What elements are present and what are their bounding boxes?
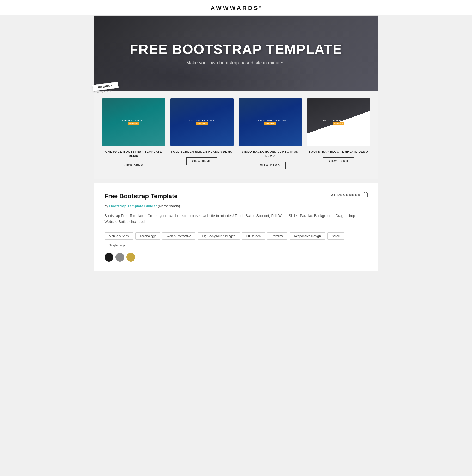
colors-row xyxy=(105,253,368,262)
info-section: Free Bootstrap Template 21 DECEMBER by B… xyxy=(94,183,378,271)
demo-name-2: FULL SCREEN SLIDER HEADER DEMO xyxy=(171,150,233,154)
view-demo-button-1[interactable]: VIEW DEMO xyxy=(118,162,149,169)
demo-thumbnail-1: MOBIRISE TEMPLATE VIEW DEMO xyxy=(102,98,165,146)
tag-5[interactable]: Parallax xyxy=(267,232,287,240)
site-logo: AWWWARDS® xyxy=(0,5,472,11)
demo-name-1: ONE PAGE BOOTSTRAP TEMPLATE DEMO xyxy=(102,150,165,158)
color-swatch-gray[interactable] xyxy=(115,253,124,262)
author-suffix: (Netherlands) xyxy=(158,204,180,208)
tag-3[interactable]: Big Background Images xyxy=(198,232,240,240)
nominee-badge: NOMINEE VOTE FOR US! xyxy=(92,83,118,92)
tag-4[interactable]: Fullscreen xyxy=(242,232,265,240)
demo-item-4: BOOTSTRAP BLOG TEMPLATE VIEW DEMO BOOTST… xyxy=(304,98,373,175)
preview-section: FREE BOOTSTRAP TEMPLATE Make your own bo… xyxy=(94,15,378,179)
demo-item-3: FREE BOOTSTRAP TEMPLATE VIEW DEMO VIDEO … xyxy=(236,98,304,175)
tag-7[interactable]: Scroll xyxy=(327,232,344,240)
color-swatch-black[interactable] xyxy=(105,253,113,262)
color-swatch-gold[interactable] xyxy=(126,253,135,262)
demo-thumbnail-2: FULL SCREEN SLIDER VIEW DEMO xyxy=(170,98,234,146)
site-header: AWWWARDS® xyxy=(0,0,472,15)
nominee-text: NOMINEE xyxy=(98,84,113,89)
tag-8[interactable]: Single page xyxy=(105,242,130,249)
thumb-label-2: FULL SCREEN SLIDER xyxy=(189,119,214,121)
main-container: FREE BOOTSTRAP TEMPLATE Make your own bo… xyxy=(94,15,378,281)
hero-subtitle: Make your own bootstrap-based site in mi… xyxy=(186,60,286,66)
author-line: by Bootstrap Template Builder (Netherlan… xyxy=(105,204,368,208)
thumb-btn-3: VIEW DEMO xyxy=(264,122,276,125)
tag-1[interactable]: Technology xyxy=(135,232,160,240)
demo-thumbnail-4: BOOTSTRAP BLOG TEMPLATE VIEW DEMO xyxy=(307,98,370,146)
description: Bootstrap Free Template - Create your ow… xyxy=(105,213,368,225)
thumb-label-1: MOBIRISE TEMPLATE xyxy=(122,119,145,121)
tag-6[interactable]: Responsive Design xyxy=(290,232,325,240)
date-info: 21 DECEMBER xyxy=(331,193,367,197)
thumb-btn-2: VIEW DEMO xyxy=(196,122,208,125)
demo-item-2: FULL SCREEN SLIDER VIEW DEMO FULL SCREEN… xyxy=(168,98,236,175)
logo-text: AWWWARDS xyxy=(211,5,259,11)
site-title: Free Bootstrap Template xyxy=(105,193,178,200)
thumb-label-3: FREE BOOTSTRAP TEMPLATE xyxy=(254,119,287,121)
demo-name-3: VIDEO BACKGROUND JUMBOTRON DEMO xyxy=(239,150,302,158)
tag-2[interactable]: Web & Interactive xyxy=(162,232,196,240)
view-demo-button-4[interactable]: VIEW DEMO xyxy=(323,157,354,165)
date-text: 21 DECEMBER xyxy=(331,193,361,197)
logo-suffix: ® xyxy=(259,5,261,8)
hero-title: FREE BOOTSTRAP TEMPLATE xyxy=(130,41,342,57)
view-demo-button-2[interactable]: VIEW DEMO xyxy=(186,157,217,165)
view-demo-button-3[interactable]: VIEW DEMO xyxy=(255,162,285,169)
tag-0[interactable]: Mobile & Apps xyxy=(105,232,133,240)
demo-thumbnail-3: FREE BOOTSTRAP TEMPLATE VIEW DEMO xyxy=(239,98,302,146)
info-header: Free Bootstrap Template 21 DECEMBER xyxy=(105,193,368,200)
hero-banner: FREE BOOTSTRAP TEMPLATE Make your own bo… xyxy=(94,16,378,91)
thumb-btn-4: VIEW DEMO xyxy=(333,122,345,125)
demo-name-4: BOOTSTRAP BLOG TEMPLATE DEMO xyxy=(309,150,368,154)
thumb-label-4: BOOTSTRAP BLOG TEMPLATE xyxy=(322,119,355,121)
demo-grid: MOBIRISE TEMPLATE VIEW DEMO ONE PAGE BOO… xyxy=(94,91,378,179)
author-link[interactable]: Bootstrap Template Builder xyxy=(109,204,157,208)
thumb-btn-1: VIEW DEMO xyxy=(128,122,140,125)
calendar-icon xyxy=(363,193,368,197)
author-prefix: by xyxy=(105,204,108,208)
demo-item-1: MOBIRISE TEMPLATE VIEW DEMO ONE PAGE BOO… xyxy=(100,98,168,175)
tags-row: Mobile & AppsTechnologyWeb & Interactive… xyxy=(105,232,368,249)
